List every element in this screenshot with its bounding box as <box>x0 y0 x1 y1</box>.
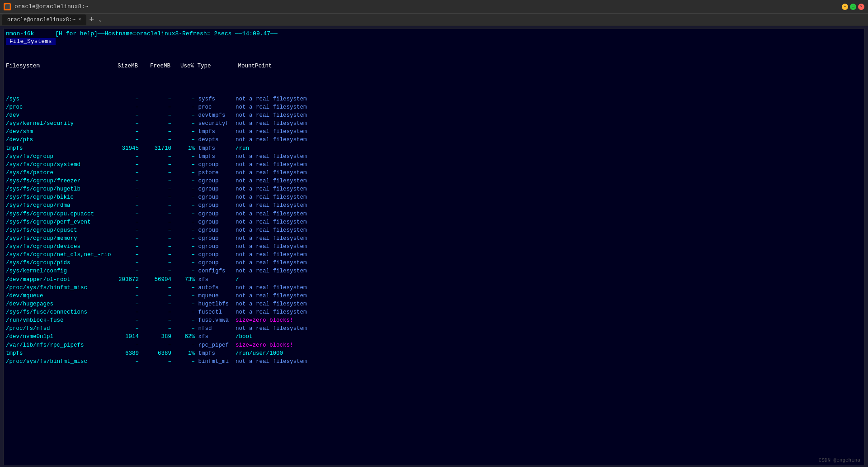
table-row: /proc/fs/nfsd––– nfsdnot a real filesyst… <box>6 324 862 333</box>
table-row: /sys/fs/cgroup––– tmpfsnot a real filesy… <box>6 152 862 161</box>
table-row: /dev/shm––– tmpfsnot a real filesystem <box>6 128 862 136</box>
table-row: /sys/fs/pstore––– pstorenot a real files… <box>6 169 862 177</box>
table-row: /sys/fs/cgroup/pids––– cgroupnot a real … <box>6 259 862 267</box>
close-button[interactable]: × <box>858 4 864 10</box>
table-row: /sys/fs/cgroup/freezer––– cgroupnot a re… <box>6 177 862 185</box>
table-row: /sys/fs/cgroup/blkio––– cgroupnot a real… <box>6 193 862 201</box>
table-row: /var/lib/nfs/rpc_pipefs––– rpc_pipefsize… <box>6 341 862 349</box>
table-row: /sys––– sysfsnot a real filesystem <box>6 95 862 103</box>
table-row: tmpfs638963891% tmpfs/run/user/1000 <box>6 349 862 357</box>
new-tab-button[interactable]: + <box>86 16 97 24</box>
table-row: /sys/fs/cgroup/cpuset––– cgroupnot a rea… <box>6 226 862 234</box>
table-row: /sys/fs/cgroup/devices––– cgroupnot a re… <box>6 243 862 251</box>
table-row: /dev/mapper/ol-root2036725690473% xfs/ <box>6 276 862 284</box>
table-row: /sys/fs/cgroup/rdma––– cgroupnot a real … <box>6 201 862 210</box>
table-row: /sys/fs/cgroup/cpu,cpuacct––– cgroupnot … <box>6 210 862 218</box>
titlebar-title: oracle@oraclelinux8:~ <box>14 3 838 10</box>
tab-label: oracle@oraclelinux8:~ <box>7 17 75 23</box>
table-row: /sys/fs/cgroup/net_cls,net_-rio––– cgrou… <box>6 251 862 259</box>
tab-main[interactable]: oracle@oraclelinux8:~ × <box>2 14 86 25</box>
tab-bar: oracle@oraclelinux8:~ × + ⌄ <box>0 14 868 26</box>
table-row: /sys/fs/fuse/connections––– fusectlnot a… <box>6 308 862 316</box>
table-header: FilesystemSizeMBFreeMBUse% TypeMountPoin… <box>6 62 862 70</box>
table-row: /dev/hugepages––– hugetlbfsnot a real fi… <box>6 300 862 308</box>
table-row: /sys/fs/cgroup/perf_event––– cgroupnot a… <box>6 218 862 226</box>
tab-chevron-icon[interactable]: ⌄ <box>97 16 104 23</box>
table-row: /proc/sys/fs/binfmt_misc––– autofsnot a … <box>6 284 862 292</box>
watermark: CSDN @engchina <box>819 457 860 463</box>
panel-header: File_Systems <box>6 38 56 45</box>
table-row: /dev/mqueue––– mqueuenot a real filesyst… <box>6 292 862 300</box>
window-controls[interactable]: – □ × <box>842 4 864 10</box>
table-row: /sys/fs/cgroup/hugetlb––– cgroupnot a re… <box>6 185 862 193</box>
table-row: /proc––– procnot a real filesystem <box>6 103 862 111</box>
table-row: /proc/sys/fs/binfmt_misc––– binfmt_minot… <box>6 357 862 366</box>
minimize-button[interactable]: – <box>842 4 848 10</box>
table-row: /sys/fs/cgroup/memory––– cgroupnot a rea… <box>6 234 862 243</box>
tab-close-icon[interactable]: × <box>78 17 81 22</box>
table-row: /dev/pts––– devptsnot a real filesystem <box>6 136 862 144</box>
app-icon: ⬛ <box>4 3 11 10</box>
status-bar: nmon-16k [H for help]——Hostname=oracleli… <box>6 30 862 37</box>
terminal-window: nmon-16k [H for help]——Hostname=oracleli… <box>4 28 864 465</box>
titlebar: ⬛ oracle@oraclelinux8:~ – □ × <box>0 0 868 14</box>
table-row: tmpfs31945317101% tmpfs/run <box>6 144 862 152</box>
table-row: /dev/nvme0n1p1101438962% xfs/boot <box>6 333 862 341</box>
maximize-button[interactable]: □ <box>850 4 856 10</box>
table-row: /sys/kernel/security––– securityfnot a r… <box>6 119 862 128</box>
table-row: /sys/kernel/config––– configfsnot a real… <box>6 267 862 275</box>
filesystem-table: FilesystemSizeMBFreeMBUse% TypeMountPoin… <box>6 46 862 382</box>
table-row: /run/vmblock-fuse––– fuse.vmwasize=zero … <box>6 316 862 324</box>
table-row: /dev––– devtmpfsnot a real filesystem <box>6 111 862 119</box>
table-row: /sys/fs/cgroup/systemd––– cgroupnot a re… <box>6 161 862 169</box>
